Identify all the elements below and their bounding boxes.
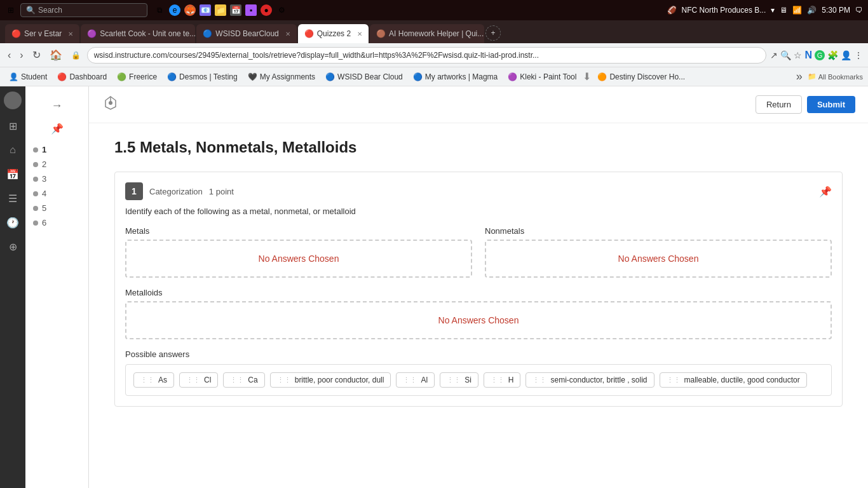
q-label-6: 6: [42, 218, 46, 227]
address-input[interactable]: [87, 47, 767, 64]
bookmark-bearcloud[interactable]: 🔵 WSISD Bear Cloud: [322, 71, 407, 83]
extension-n-icon[interactable]: N: [804, 50, 812, 61]
answer-chip-malleable[interactable]: ⋮⋮ malleable, ductile, good conductor: [660, 372, 807, 388]
answer-label-Ca: Ca: [248, 376, 257, 384]
answer-chip-brittle[interactable]: ⋮⋮ brittle, poor conductor, dull: [270, 372, 391, 388]
menu-icon[interactable]: ⋮: [854, 50, 863, 60]
sidebar-nav-clock[interactable]: 🕐: [3, 212, 23, 233]
new-tab-button[interactable]: +: [485, 25, 501, 41]
tab-quizzes[interactable]: 🔴 Quizzes 2 ✕: [298, 24, 369, 43]
all-bookmarks[interactable]: 📁 All Bookmarks: [808, 72, 863, 81]
task-view-icon[interactable]: ⧉: [154, 4, 165, 16]
bookmark-star-icon[interactable]: ☆: [794, 50, 802, 60]
user-avatar[interactable]: [4, 92, 22, 109]
files-icon[interactable]: 📁: [215, 4, 226, 16]
answer-chip-H[interactable]: ⋮⋮ H: [484, 372, 521, 388]
sidebar-nav-grid[interactable]: ⊞: [3, 116, 23, 136]
answer-chip-Ca[interactable]: ⋮⋮ Ca: [223, 372, 264, 388]
tab-ai-homework[interactable]: 🟤 AI Homework Helper | Qui... ✕: [370, 24, 484, 43]
tab-label-scarlett: Scarlett Cook - Unit one te...: [100, 29, 195, 38]
answer-label-Si: Si: [465, 376, 471, 384]
bookmark-student-label: Student: [21, 72, 47, 81]
forward-button[interactable]: ›: [17, 48, 25, 62]
return-button[interactable]: Return: [756, 95, 802, 114]
q-nav-item-6[interactable]: 6: [25, 215, 88, 230]
answer-chip-As[interactable]: ⋮⋮ As: [133, 372, 174, 388]
sidebar-nav-home[interactable]: ⌂: [3, 140, 23, 160]
tab-ser-v-estar[interactable]: 🔴 Ser v Estar ✕: [5, 24, 79, 43]
q-nav-item-4[interactable]: 4: [25, 186, 88, 201]
bookmark-desmos[interactable]: 🔵 Desmos | Testing: [163, 71, 241, 83]
metals-column: Metals No Answers Chosen: [125, 226, 472, 278]
chrome-icon[interactable]: ●: [261, 4, 272, 16]
calendar-icon[interactable]: 📅: [230, 4, 241, 16]
q-nav-item-5[interactable]: 5: [25, 201, 88, 215]
sidebar-nav-calendar[interactable]: 📅: [3, 164, 23, 184]
svg-point-0: [109, 101, 112, 105]
tab-favicon-wsisd: 🔵: [203, 29, 212, 38]
wifi-icon: 📶: [792, 6, 802, 15]
metals-empty-text: No Answers Chosen: [259, 254, 339, 264]
back-button[interactable]: ‹: [5, 48, 13, 62]
nonmetals-empty-text: No Answers Chosen: [618, 254, 699, 264]
outlook-icon[interactable]: 📧: [200, 4, 211, 16]
tab-scarlett-cook[interactable]: 🟣 Scarlett Cook - Unit one te... ✕: [81, 24, 195, 43]
firefox-icon[interactable]: 🦊: [184, 4, 196, 16]
bookmark-my-assignments[interactable]: 🖤 My Assignments: [244, 71, 319, 83]
q-nav-item-3[interactable]: 3: [25, 172, 88, 186]
answer-chip-Cl[interactable]: ⋮⋮ Cl: [179, 372, 218, 388]
bookmark-dashboard[interactable]: 🔴 Dashboard: [53, 71, 111, 83]
more-bookmarks-icon[interactable]: »: [796, 70, 803, 83]
taskbar-search[interactable]: 🔍 Search: [20, 3, 147, 17]
browser: 🔴 Ser v Estar ✕ 🟣 Scarlett Cook - Unit o…: [0, 20, 868, 488]
magma-icon: 🔵: [413, 72, 423, 81]
question-instruction: Identify each of the following as a meta…: [125, 207, 832, 216]
tab-wsisd[interactable]: 🔵 WSISD BearCloud ✕: [196, 24, 296, 43]
answer-chip-Al[interactable]: ⋮⋮ Al: [396, 372, 435, 388]
bookmark-freerice[interactable]: 🟢 Freerice: [113, 71, 161, 83]
bookmark-destiny[interactable]: 🟠 Destiny Discover Ho...: [593, 71, 689, 83]
nav-pin-icon[interactable]: 📌: [51, 123, 64, 135]
bookmarks-bar: 👤 Student 🔴 Dashboard 🟢 Freerice 🔵 Desmo…: [0, 67, 868, 86]
question-pin-icon[interactable]: 📌: [819, 186, 832, 198]
bookmark-kleki[interactable]: 🟣 Kleki - Paint Tool: [504, 71, 580, 83]
search-icon: 🔍: [26, 6, 36, 15]
sidebar-nav-list[interactable]: ☰: [3, 188, 23, 208]
edge-icon[interactable]: e: [169, 4, 180, 16]
dropdown-icon[interactable]: ▾: [771, 6, 775, 15]
windows-icon[interactable]: ⊞: [5, 4, 17, 16]
address-bar: ‹ › ↻ 🏠 🔒 ↗ 🔍 ☆ N G 🧩 👤 ⋮: [0, 43, 868, 67]
submit-button[interactable]: Submit: [807, 96, 855, 113]
sidebar-nav-plus[interactable]: ⊕: [3, 236, 23, 257]
tab-close-wsisd[interactable]: ✕: [285, 30, 290, 37]
settings-icon[interactable]: ⚙: [276, 4, 287, 16]
extensions-icon[interactable]: 🧩: [827, 50, 838, 60]
tab-close-ser[interactable]: ✕: [68, 30, 73, 37]
external-link-icon[interactable]: ↗: [770, 50, 778, 60]
bookmark-magma[interactable]: 🔵 My artworks | Magma: [409, 71, 501, 83]
download-icon[interactable]: ⬇: [583, 71, 591, 83]
nav-expand-icon[interactable]: →: [49, 97, 65, 115]
nonmetals-drop-zone[interactable]: No Answers Chosen: [485, 240, 832, 278]
q-nav-item-2[interactable]: 2: [25, 157, 88, 172]
question-1-block: 1 Categorization 1 point 📌 Identify each…: [114, 172, 843, 407]
notification-icon[interactable]: 🗨: [855, 6, 863, 15]
answer-chip-Si[interactable]: ⋮⋮ Si: [440, 372, 478, 388]
q-dot-5: [33, 206, 38, 211]
app6-icon[interactable]: ▪: [245, 4, 257, 16]
home-button[interactable]: 🏠: [47, 48, 65, 62]
metalloids-drop-zone[interactable]: No Answers Chosen: [125, 301, 832, 339]
tab-label-quizzes: Quizzes 2: [317, 29, 351, 38]
tab-favicon-ser: 🔴: [11, 29, 20, 38]
reload-button[interactable]: ↻: [30, 48, 43, 62]
tab-close-quizzes[interactable]: ✕: [357, 30, 362, 37]
grammarly-icon[interactable]: G: [815, 50, 825, 60]
answer-chip-semiconductor[interactable]: ⋮⋮ semi-conductor, brittle , solid: [526, 372, 654, 388]
answer-label-malleable: malleable, ductile, good conductor: [684, 376, 800, 384]
q-nav-item-1[interactable]: 1: [25, 142, 88, 157]
zoom-icon[interactable]: 🔍: [780, 50, 791, 60]
metals-drop-zone[interactable]: No Answers Chosen: [125, 240, 472, 278]
profile-icon[interactable]: 👤: [841, 50, 851, 60]
clock: 5:30 PM: [822, 6, 850, 15]
bookmark-student[interactable]: 👤 Student: [5, 71, 51, 83]
